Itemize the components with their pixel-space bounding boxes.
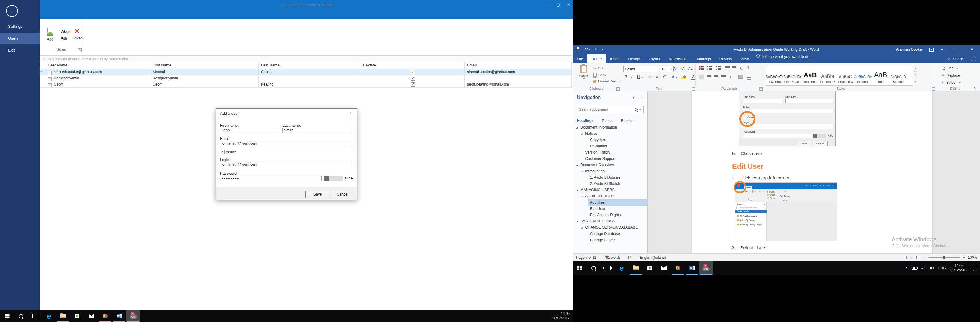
search-icon[interactable] [635,108,638,111]
word-close-icon[interactable] [968,46,976,52]
is-active-checkbox[interactable] [410,76,415,81]
underline-button[interactable]: U [637,75,643,79]
col-email[interactable]: Email [465,62,572,68]
taskbar-edge[interactable]: e [615,261,629,275]
grow-font-button[interactable]: A▲ [673,66,678,71]
style-heading-2[interactable]: AaBb(Heading 2 [819,65,837,85]
tab-layout[interactable]: Layout [644,54,665,63]
word-minimize-icon[interactable] [938,46,946,52]
nav-heading[interactable]: 2. Avido BI Sketch [573,181,648,187]
action-center-icon[interactable] [972,266,977,270]
paste-button[interactable]: Paste [576,65,590,86]
nav-heading[interactable]: Customer Support [573,155,648,162]
task-view-button[interactable] [601,261,615,275]
text-effects-button[interactable]: A [671,75,677,79]
taskbar-chrome[interactable] [671,261,685,275]
nav-heading[interactable]: Notices [573,131,648,137]
tab-results[interactable]: Results [617,117,638,124]
tell-me-box[interactable]: Tell me what you want to do [761,54,809,63]
paragraph-dialog-launcher-icon[interactable] [759,87,763,90]
minimize-icon[interactable] [544,2,552,8]
borders-icon[interactable] [747,75,751,79]
taskbar-avido[interactable]: BI Avido [126,310,140,322]
col-user-name[interactable]: User Name [45,62,150,68]
taskbar-chrome[interactable] [98,310,112,322]
font-name-select[interactable]: Calibri [623,66,662,73]
back-button[interactable] [6,5,18,17]
print-layout-icon[interactable] [910,255,913,259]
taskbar-file-explorer[interactable] [629,261,643,275]
taskbar-word[interactable]: W [112,310,126,322]
table-row[interactable]: +DesignerAdmin DesignerAdmin [40,75,572,81]
last-name-field[interactable] [282,128,352,133]
tab-file[interactable]: File [573,54,587,63]
zoom-slider-handle[interactable] [943,256,945,259]
search-input[interactable] [577,106,644,113]
maximize-icon[interactable] [554,2,562,8]
cut-button[interactable]: Cut [593,66,603,70]
highlight-button[interactable]: ab [681,75,686,79]
cancel-button[interactable]: Cancel [333,191,352,198]
proofing-icon[interactable]: ✗ [628,255,632,259]
nav-heading[interactable]: MANAGING USERS [573,187,648,193]
sidebar-item-exit[interactable]: Exit [0,46,40,54]
sidebar-item-users[interactable]: Users [0,33,40,44]
table-row[interactable]: +Geoff Geoff Keating geoff.keating@gmail… [40,81,572,88]
word-titlebar[interactable]: Avido BI Administration Guide Working Dr… [573,45,980,54]
expand-icon[interactable]: + [48,84,52,87]
document-canvas[interactable]: First name: Last name: Email: Active Log… [648,91,980,254]
word-restore-icon[interactable] [951,48,954,51]
expand-icon[interactable]: + [48,71,52,75]
bold-button[interactable]: B [625,75,627,79]
hidden-icons-chevron[interactable] [905,266,908,270]
first-name-field[interactable] [220,128,280,133]
tab-view[interactable]: View [736,54,753,63]
close-icon[interactable] [565,2,572,8]
taskbar-search-button[interactable] [14,310,28,322]
taskbar-search-button[interactable] [587,261,601,275]
nav-heading[interactable]: ADD/EDIT USER [573,193,648,200]
password-field[interactable] [220,176,322,181]
web-layout-icon[interactable] [916,255,920,259]
nav-heading-add-user[interactable]: Add User [573,200,648,206]
copy-button[interactable]: Copy [593,73,606,77]
clipboard-dialog-launcher-icon[interactable] [616,87,620,90]
start-button[interactable] [573,261,587,275]
select-button[interactable]: Select [942,81,961,85]
font-dialog-launcher-icon[interactable] [692,87,695,90]
sort-icon[interactable] [740,66,743,71]
taskbar-file-explorer[interactable] [56,310,70,322]
zoom-in-icon[interactable] [963,255,965,260]
align-left-icon[interactable] [699,75,703,79]
read-mode-icon[interactable] [903,255,907,259]
italic-button[interactable]: I [631,75,632,79]
shrink-font-button[interactable]: A▼ [681,67,685,71]
superscript-button[interactable]: x² [663,75,666,79]
style-no-spacing[interactable]: AaBbCcDc¶ No Spac... [784,65,801,85]
sidebar-item-settings[interactable]: Settings [0,23,40,30]
nav-heading[interactable]: Introduction [573,168,648,174]
tab-design[interactable]: Design [624,54,644,63]
zoom-out-icon[interactable] [923,255,926,260]
nav-heading[interactable]: Document Overview [573,162,648,168]
strikethrough-button[interactable]: abc [647,75,652,79]
password-visibility-toggle[interactable] [324,176,343,181]
zoom-slider[interactable] [928,257,960,258]
ribbon-display-options-icon[interactable] [929,48,934,52]
subscript-button[interactable]: x₂ [656,75,659,79]
nav-heading[interactable]: Edit User [573,206,648,212]
styles-gallery-scrollbar[interactable] [913,65,917,85]
format-painter-button[interactable]: Format Painter [593,79,620,83]
align-right-icon[interactable] [714,75,718,79]
change-case-button[interactable]: Aa [688,67,695,71]
show-paragraph-marks-icon[interactable] [748,65,749,70]
tab-mailings[interactable]: Mailings [692,54,715,63]
customize-qat-icon[interactable] [602,48,603,51]
taskbar-edge[interactable]: e [42,310,56,322]
nav-heading[interactable]: Change Server [573,237,648,243]
increase-indent-icon[interactable] [732,66,737,70]
account-name[interactable]: Alannah Cooke [896,48,924,52]
style-subtitle[interactable]: AaBbCcDSubtitle [889,65,907,85]
expand-icon[interactable]: + [48,77,52,81]
numbering-icon[interactable] [707,66,712,70]
